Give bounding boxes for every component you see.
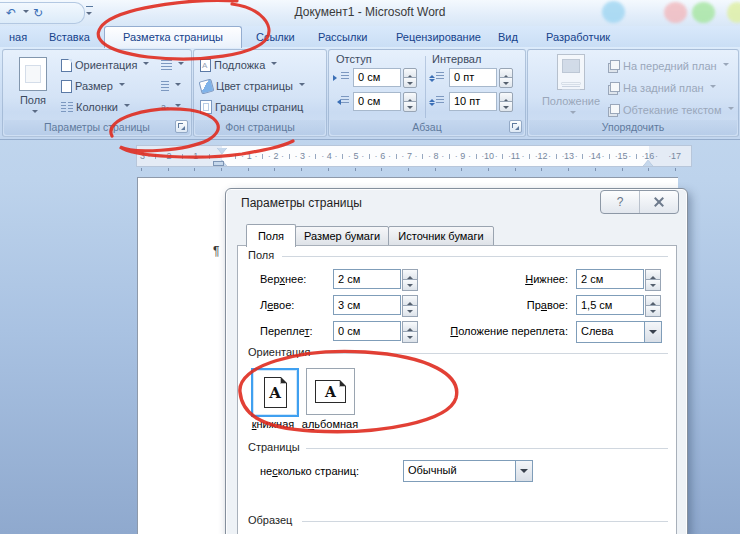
gutter-label: Переплет: <box>260 321 313 341</box>
close-button[interactable] <box>639 191 678 213</box>
orientation-button[interactable]: Ориентация <box>61 55 149 75</box>
combo-arrow-icon[interactable] <box>515 461 532 481</box>
breaks-icon <box>161 60 172 71</box>
left-indent-marker[interactable] <box>213 161 224 166</box>
tab-insert[interactable]: Вставка <box>40 27 99 47</box>
breaks-button[interactable] <box>161 55 184 75</box>
orientation-label: Ориентация <box>75 59 137 71</box>
indent-left-input[interactable]: 0 см <box>353 68 401 87</box>
tab-view[interactable]: Вид <box>489 27 527 47</box>
margins-button[interactable]: Поля <box>9 53 57 119</box>
paragraph-dialog-launcher[interactable] <box>509 120 522 133</box>
size-button[interactable]: Размер <box>61 76 125 96</box>
page-color-icon <box>199 78 215 94</box>
spin-down-button[interactable] <box>402 331 418 343</box>
send-backward-label: На задний план <box>623 82 704 94</box>
ribbon-group-paragraph: Отступ Интервал 0 см 0 см <box>328 49 526 137</box>
multiple-pages-combo[interactable]: Обычный <box>403 460 533 482</box>
landscape-icon: A <box>315 380 346 403</box>
dialog-tab-paper-size[interactable]: Размер бумаги <box>295 226 389 247</box>
tab-mailings[interactable]: Рассылки <box>309 27 376 47</box>
spin-down-button[interactable] <box>645 279 661 291</box>
spin-down-button[interactable] <box>499 101 513 112</box>
page-setup-dialog: Параметры страницы ? Поля Размер бумаги … <box>225 188 688 534</box>
position-icon <box>557 54 585 90</box>
tab-home[interactable]: ная <box>0 27 36 47</box>
spacing-after-input[interactable]: 10 пт <box>449 92 497 111</box>
ribbon-group-arrange: Положение На передний план На задний пла… <box>527 49 739 137</box>
spacing-before-icon <box>429 71 444 85</box>
line-numbers-icon <box>161 81 169 92</box>
spin-down-button[interactable] <box>402 305 418 317</box>
tab-review[interactable]: Рецензирование <box>387 27 490 47</box>
paragraph-divider <box>425 56 426 118</box>
columns-icon <box>61 102 73 113</box>
tab-page-layout[interactable]: Разметка страницы <box>104 26 242 48</box>
right-indent-marker[interactable] <box>643 155 653 166</box>
indent-heading: Отступ <box>336 53 372 65</box>
bottom-margin-spinner <box>645 269 661 289</box>
watermark-icon: A <box>200 59 211 72</box>
tab-developer[interactable]: Разработчик <box>537 27 619 47</box>
orientation-group-line <box>316 353 668 354</box>
send-backward-icon <box>608 82 620 94</box>
columns-button[interactable]: Колонки <box>61 97 130 117</box>
tab-references[interactable]: Ссылки <box>247 27 304 47</box>
top-margin-spinner <box>402 269 418 289</box>
send-backward-button[interactable]: На задний план <box>608 78 716 98</box>
spacing-heading: Интервал <box>432 53 481 65</box>
position-button[interactable]: Положение <box>540 53 602 119</box>
spin-down-button[interactable] <box>403 77 417 88</box>
left-margin-input[interactable]: 3 см <box>333 295 401 315</box>
landscape-button[interactable]: A <box>306 368 355 415</box>
ribbon-group-page-setup: Поля Ориентация Размер Колонки <box>2 49 192 137</box>
margins-icon <box>19 57 47 91</box>
gutter-position-value: Слева <box>581 322 613 340</box>
page-borders-icon <box>200 100 212 114</box>
combo-arrow-icon[interactable] <box>644 322 661 342</box>
page-color-button[interactable]: Цвет страницы <box>200 76 305 96</box>
line-numbers-button[interactable] <box>161 76 181 96</box>
spin-down-button[interactable] <box>645 305 661 317</box>
position-button-label: Положение <box>541 95 601 107</box>
text-wrapping-icon <box>608 104 620 116</box>
help-button[interactable]: ? <box>601 191 639 213</box>
window-title: Документ1 - Microsoft Word <box>0 5 740 19</box>
indent-right-spinner <box>403 92 417 111</box>
columns-label: Колонки <box>76 101 118 113</box>
top-margin-input[interactable]: 2 см <box>333 269 401 289</box>
page-setup-dialog-launcher[interactable] <box>175 120 188 133</box>
spin-down-button[interactable] <box>499 77 513 88</box>
watermark-button[interactable]: A Подложка <box>200 55 277 75</box>
spin-down-button[interactable] <box>402 279 418 291</box>
multiple-pages-label: несколько страниц: <box>260 461 359 481</box>
portrait-button[interactable]: A <box>251 368 299 417</box>
dialog-tab-panel: Поля Верхнее: 2 см Нижнее: 2 см Левое: 3… <box>237 245 677 534</box>
portrait-icon: A <box>264 377 287 408</box>
multiple-pages-value: Обычный <box>408 461 457 479</box>
gutter-input[interactable]: 0 см <box>333 321 401 341</box>
bottom-margin-input[interactable]: 2 см <box>576 269 644 289</box>
watermark-label: Подложка <box>214 59 265 71</box>
right-margin-label: Правое: <box>438 295 568 315</box>
spacing-before-input[interactable]: 0 пт <box>449 68 497 87</box>
portrait-label: книжная <box>243 418 303 430</box>
spin-down-button[interactable] <box>403 101 417 112</box>
dialog-tab-margins[interactable]: Поля <box>246 224 296 247</box>
left-margin-spinner <box>402 295 418 315</box>
text-wrapping-button[interactable]: Обтекание текстом <box>608 100 734 120</box>
gutter-position-combo[interactable]: Слева <box>576 321 662 343</box>
bring-forward-button[interactable]: На передний план <box>608 56 729 76</box>
margins-group-label: Поля <box>248 249 278 261</box>
orientation-icon <box>61 59 72 72</box>
landscape-label: альбомная <box>300 418 360 430</box>
indent-right-input[interactable]: 0 см <box>353 92 401 111</box>
hyphenation-button[interactable]: a- <box>161 97 181 117</box>
right-margin-input[interactable]: 1,5 см <box>576 295 644 315</box>
orientation-group-label: Ориентация <box>248 346 314 358</box>
page-borders-button[interactable]: Границы страниц <box>200 97 303 117</box>
ribbon-group-page-background: A Подложка Цвет страницы Границы страниц… <box>193 49 327 137</box>
dialog-tab-paper-source[interactable]: Источник бумаги <box>388 226 494 247</box>
size-label: Размер <box>75 80 113 92</box>
bottom-margin-label: Нижнее: <box>438 269 568 289</box>
